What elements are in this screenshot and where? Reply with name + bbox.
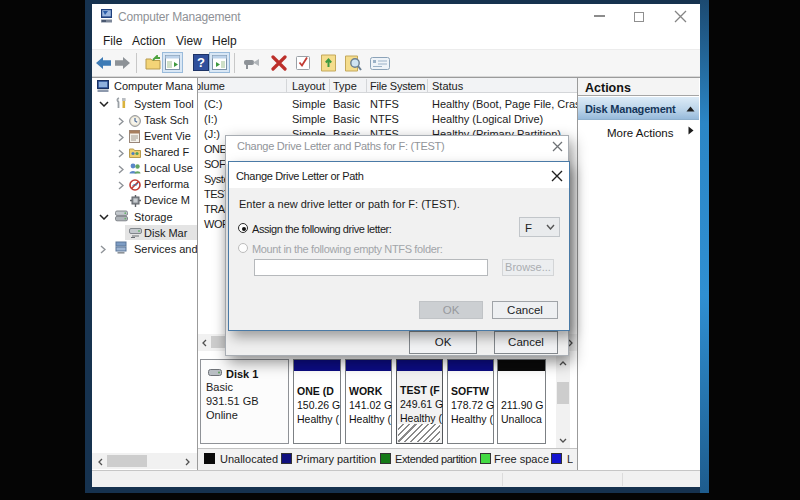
svg-text:?: ?: [197, 55, 205, 70]
